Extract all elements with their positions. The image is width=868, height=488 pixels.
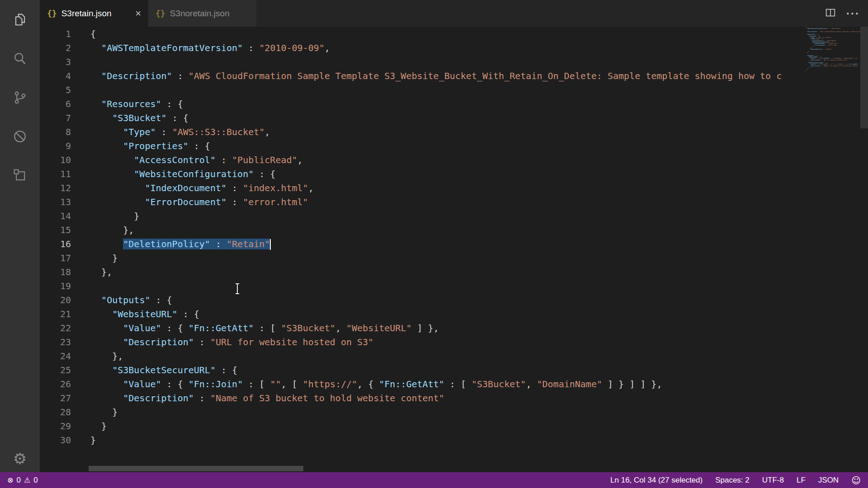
tab-s3noretain[interactable]: {} S3noretain.json: [148, 0, 257, 27]
extensions-icon[interactable]: [11, 166, 29, 184]
minimap-content: { "AWSTemplateFormatVersion" : "2010-09-…: [805, 27, 860, 71]
code-line[interactable]: 26 "Value" : { "Fn::Join" : [ "", [ "htt…: [40, 377, 860, 391]
code-text: "Outputs" : {: [71, 293, 172, 307]
code-line[interactable]: 27 "Description" : "Name of S3 bucket to…: [40, 391, 860, 405]
line-number[interactable]: 15: [40, 223, 71, 237]
line-number[interactable]: 27: [40, 391, 71, 405]
code-line[interactable]: 3: [40, 55, 860, 69]
code-line[interactable]: 7 "S3Bucket" : {: [40, 111, 860, 125]
code-line[interactable]: 13 "ErrorDocument" : "error.html": [40, 195, 860, 209]
line-number[interactable]: 12: [40, 181, 71, 195]
code-line[interactable]: 15 },: [40, 223, 860, 237]
code-line[interactable]: 28 }: [40, 405, 860, 419]
line-number[interactable]: 13: [40, 195, 71, 209]
settings-gear-icon[interactable]: ⚙: [11, 450, 29, 468]
line-number[interactable]: 16: [40, 237, 71, 251]
code-line[interactable]: 20 "Outputs" : {: [40, 293, 860, 307]
line-number[interactable]: 18: [40, 265, 71, 279]
line-number[interactable]: 1: [40, 27, 71, 41]
line-number[interactable]: 26: [40, 377, 71, 391]
horizontal-scrollbar[interactable]: [89, 466, 303, 471]
code-line[interactable]: 2 "AWSTemplateFormatVersion" : "2010-09-…: [40, 41, 860, 55]
code-line[interactable]: 30}: [40, 433, 860, 447]
line-number[interactable]: 21: [40, 307, 71, 321]
line-number[interactable]: 23: [40, 335, 71, 349]
split-editor-icon[interactable]: [825, 7, 836, 20]
code-line[interactable]: 23 "Description" : "URL for website host…: [40, 335, 860, 349]
line-number[interactable]: 14: [40, 209, 71, 223]
code-line[interactable]: 19: [40, 279, 860, 293]
cursor-position-status[interactable]: Ln 16, Col 34 (27 selected): [610, 476, 703, 485]
code-text: "DeletionPolicy" : "Retain": [71, 237, 271, 251]
code-text: "ErrorDocument" : "error.html": [71, 195, 308, 209]
line-number[interactable]: 22: [40, 321, 71, 335]
code-line[interactable]: 10 "AccessControl" : "PublicRead",: [40, 153, 860, 167]
code-line[interactable]: 21 "WebsiteURL" : {: [40, 307, 860, 321]
minimap[interactable]: { "AWSTemplateFormatVersion" : "2010-09-…: [805, 27, 860, 466]
line-number[interactable]: 25: [40, 363, 71, 377]
line-number[interactable]: 29: [40, 419, 71, 433]
line-number[interactable]: 17: [40, 251, 71, 265]
code-text: "WebsiteURL" : {: [71, 307, 199, 321]
code-text: }: [71, 419, 107, 433]
line-number[interactable]: 8: [40, 125, 71, 139]
code-text: },: [71, 265, 112, 279]
activity-bar: ⚙: [0, 0, 40, 472]
code-line[interactable]: 22 "Value" : { "Fn::GetAtt" : [ "S3Bucke…: [40, 321, 860, 335]
problems-status[interactable]: ⊗ 0 ⚠ 0: [7, 476, 38, 485]
code-text: }: [71, 209, 139, 223]
vertical-scrollbar-thumb[interactable]: [860, 27, 868, 128]
line-number[interactable]: 3: [40, 55, 71, 69]
debug-icon[interactable]: [11, 127, 29, 145]
search-icon[interactable]: [11, 50, 29, 68]
line-number[interactable]: 5: [40, 83, 71, 97]
tab-s3retain[interactable]: {} S3retain.json ×: [40, 0, 148, 27]
line-number[interactable]: 28: [40, 405, 71, 419]
line-number[interactable]: 11: [40, 167, 71, 181]
more-actions-icon[interactable]: ···: [846, 7, 860, 20]
code-line[interactable]: 1{: [40, 27, 860, 41]
code-line[interactable]: 9 "Properties" : {: [40, 139, 860, 153]
code-line[interactable]: 17 }: [40, 251, 860, 265]
eol-status[interactable]: LF: [797, 476, 806, 485]
code-line[interactable]: 6 "Resources" : {: [40, 97, 860, 111]
line-number[interactable]: 2: [40, 41, 71, 55]
code-line[interactable]: 4 "Description" : "AWS CloudFormation Sa…: [40, 69, 860, 83]
language-mode-status[interactable]: JSON: [818, 476, 839, 485]
line-number[interactable]: 7: [40, 111, 71, 125]
code-line[interactable]: 5: [40, 83, 860, 97]
code-line[interactable]: 14 }: [40, 209, 860, 223]
code-text: [71, 83, 90, 97]
code-line[interactable]: 11 "WebsiteConfiguration" : {: [40, 167, 860, 181]
source-control-icon[interactable]: [11, 89, 29, 107]
line-number[interactable]: 24: [40, 349, 71, 363]
code-line[interactable]: 16 "DeletionPolicy" : "Retain": [40, 237, 860, 251]
code-text: "AccessControl" : "PublicRead",: [71, 153, 303, 167]
code-text: "Value" : { "Fn::GetAtt" : [ "S3Bucket",…: [71, 321, 439, 335]
code-line[interactable]: 8 "Type" : "AWS::S3::Bucket",: [40, 125, 860, 139]
editor-actions: ···: [825, 0, 868, 27]
vscode-window: ⚙ {} S3retain.json × {} S3noretain.json: [0, 0, 868, 488]
tab-bar: {} S3retain.json × {} S3noretain.json ··…: [40, 0, 868, 27]
code-line[interactable]: 25 "S3BucketSecureURL" : {: [40, 363, 860, 377]
line-number[interactable]: 19: [40, 279, 71, 293]
vertical-scrollbar[interactable]: [860, 27, 868, 472]
editor[interactable]: 1{2 "AWSTemplateFormatVersion" : "2010-0…: [40, 27, 868, 472]
encoding-status[interactable]: UTF-8: [762, 476, 784, 485]
close-tab-icon[interactable]: ×: [135, 9, 141, 19]
code-line[interactable]: 12 "IndexDocument" : "index.html",: [40, 181, 860, 195]
code-line[interactable]: 24 },: [40, 349, 860, 363]
line-number[interactable]: 4: [40, 69, 71, 83]
feedback-smiley-icon[interactable]: ☺: [851, 475, 861, 486]
line-number[interactable]: 20: [40, 293, 71, 307]
indentation-status[interactable]: Spaces: 2: [715, 476, 750, 485]
line-number[interactable]: 9: [40, 139, 71, 153]
code-line[interactable]: 29 }: [40, 419, 860, 433]
line-number[interactable]: 6: [40, 97, 71, 111]
code-text: "Value" : { "Fn::Join" : [ "", [ "https:…: [71, 377, 662, 391]
line-number[interactable]: 30: [40, 433, 71, 447]
code-text: "AWSTemplateFormatVersion" : "2010-09-09…: [71, 41, 330, 55]
code-line[interactable]: 18 },: [40, 265, 860, 279]
line-number[interactable]: 10: [40, 153, 71, 167]
explorer-icon[interactable]: [11, 11, 29, 29]
